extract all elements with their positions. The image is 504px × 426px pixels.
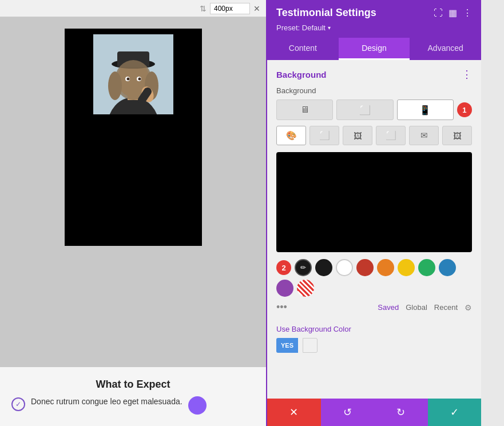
panel-title: Testimonial Settings — [276, 7, 376, 19]
section-menu-icon[interactable]: ⋮ — [462, 68, 472, 81]
cancel-button[interactable]: ✕ — [267, 399, 321, 426]
gradient-icon: ⬜ — [319, 130, 330, 141]
tab-content[interactable]: Content — [267, 38, 339, 60]
mobile-button[interactable]: 📱 — [397, 99, 454, 120]
toggle-yes[interactable]: YES — [276, 338, 298, 353]
close-tab-button[interactable]: ✕ — [253, 4, 260, 13]
svg-point-7 — [108, 71, 122, 100]
bg-type-video[interactable]: ⬜ — [376, 126, 406, 145]
svg-point-12 — [138, 78, 141, 81]
tab-bar: Content Design Advanced — [267, 38, 481, 60]
toggle-row: YES — [276, 338, 472, 353]
color-preview[interactable] — [276, 152, 472, 252]
saved-tab[interactable]: Saved — [378, 303, 399, 312]
recent-tab[interactable]: Recent — [434, 303, 458, 312]
expand-icon[interactable]: ⛶ — [434, 8, 443, 18]
canvas-content — [0, 17, 266, 367]
image-icon: 🖼 — [354, 131, 362, 141]
bg-type-color[interactable]: 🎨 — [276, 126, 306, 145]
bg-type-image[interactable]: 🖼 — [343, 126, 372, 145]
badge-1: 1 — [457, 102, 472, 117]
save-button[interactable]: ✓ — [428, 399, 482, 426]
swatch-striped[interactable] — [297, 280, 314, 297]
badge-2: 2 — [276, 260, 291, 275]
history-settings-icon[interactable]: ⚙ — [465, 303, 472, 312]
settings-panel: Testimonial Settings ⛶ ▦ ⋮ Preset: Defau… — [266, 0, 481, 426]
panel-body: Background ⋮ Background 🖥 ⬜ 📱 1 🎨 ⬜ — [267, 60, 481, 399]
pattern-icon: ✉ — [420, 130, 428, 141]
pencil-icon: ✏ — [300, 264, 306, 272]
color-swatches-row: 2 ✏ — [267, 259, 481, 301]
bg-type-row: 🎨 ⬜ 🖼 ⬜ ✉ 🖼 — [267, 126, 481, 152]
tablet-icon: ⬜ — [359, 105, 371, 116]
canvas-area: ⇅ ✕ — [0, 0, 266, 426]
section-title-text: What to Expect — [11, 379, 255, 391]
bg-label: Background — [267, 86, 481, 99]
panel-header: Testimonial Settings ⛶ ▦ ⋮ Preset: Defau… — [267, 0, 481, 38]
tablet-button[interactable]: ⬜ — [336, 99, 393, 120]
bg-type-gradient[interactable]: ⬜ — [309, 126, 339, 145]
arrows-icon[interactable]: ⇅ — [200, 4, 207, 13]
action-bar: ✕ ↺ ↻ ✓ — [267, 399, 481, 426]
mobile-icon: 📱 — [419, 105, 431, 116]
history-row: ••• Saved Global Recent ⚙ — [267, 301, 481, 320]
testimonial-image — [93, 34, 173, 114]
device-row: 🖥 ⬜ 📱 1 — [267, 99, 481, 126]
more-dots-icon[interactable]: ••• — [276, 301, 287, 313]
use-bg-label: Use Background Color — [276, 325, 472, 333]
preset-label: Preset: Default — [276, 23, 326, 32]
map-icon: 🖼 — [453, 131, 462, 141]
fill-icon: 🎨 — [286, 130, 297, 141]
columns-icon[interactable]: ▦ — [449, 7, 457, 18]
dots-menu-icon[interactable]: ⋮ — [463, 7, 472, 18]
desktop-icon: 🖥 — [300, 105, 309, 115]
desktop-button[interactable]: 🖥 — [276, 99, 333, 120]
tab-advanced[interactable]: Advanced — [410, 38, 481, 60]
check-icon — [11, 397, 25, 411]
canvas-bottom: What to Expect Donec rutrum congue leo e… — [0, 367, 266, 426]
preset-dropdown[interactable]: Preset: Default ▾ — [276, 23, 472, 32]
panel-icons: ⛶ ▦ ⋮ — [434, 7, 472, 18]
redo-button[interactable]: ↻ — [374, 399, 428, 426]
swatch-green[interactable] — [418, 259, 435, 276]
swatch-yellow[interactable] — [398, 259, 415, 276]
donec-item: Donec rutrum congue leo eget malesuada. — [11, 396, 255, 415]
undo-button[interactable]: ↺ — [321, 399, 375, 426]
size-input[interactable] — [210, 3, 250, 14]
svg-line-14 — [142, 91, 148, 100]
top-bar: ⇅ ✕ — [0, 0, 266, 17]
swatch-white[interactable] — [336, 259, 353, 276]
video-icon: ⬜ — [386, 130, 396, 141]
panel-title-row: Testimonial Settings ⛶ ▦ ⋮ — [276, 7, 472, 19]
bg-type-map[interactable]: 🖼 — [442, 126, 472, 145]
bg-type-pattern[interactable]: ✉ — [409, 126, 439, 145]
chevron-down-icon: ▾ — [328, 25, 331, 31]
avatar — [188, 396, 207, 415]
swatch-orange[interactable] — [377, 259, 394, 276]
section-title: Background — [276, 70, 327, 79]
use-bg-row: Use Background Color YES — [267, 320, 481, 360]
swatch-red[interactable] — [356, 259, 374, 276]
toggle-no[interactable] — [303, 338, 318, 353]
section-header: Background ⋮ — [267, 60, 481, 86]
svg-point-11 — [126, 78, 129, 81]
global-tab[interactable]: Global — [406, 303, 427, 312]
swatch-purple[interactable] — [276, 280, 293, 297]
donec-text: Donec rutrum congue leo eget malesuada. — [31, 396, 182, 408]
swatch-pencil[interactable]: ✏ — [295, 259, 312, 276]
swatch-black[interactable] — [315, 259, 332, 276]
swatch-blue[interactable] — [439, 259, 456, 276]
testimonial-card — [65, 29, 202, 246]
tab-design[interactable]: Design — [339, 38, 410, 60]
